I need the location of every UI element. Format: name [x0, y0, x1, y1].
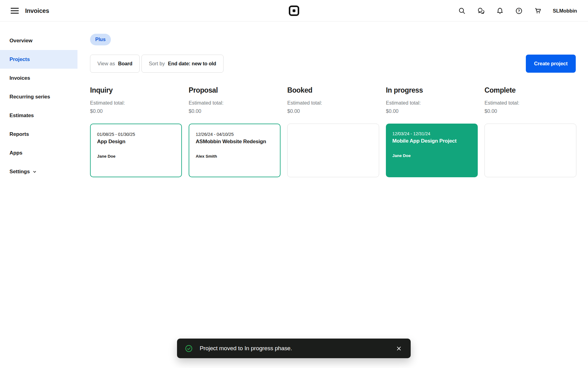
- svg-text:?: ?: [518, 9, 520, 13]
- column-name: Inquiry: [90, 86, 182, 94]
- sidebar-item-overview[interactable]: Overview: [0, 31, 77, 50]
- project-person: Jane Doe: [392, 153, 471, 158]
- estimated-total-value: $0.00: [90, 107, 182, 115]
- project-dates: 12/26/24 - 04/10/25: [196, 132, 273, 137]
- sidebar: Overview Projects Invoices Recurring ser…: [0, 21, 77, 181]
- estimated-total-value: $0.00: [386, 107, 478, 115]
- project-dates: 01/08/25 - 01/30/25: [97, 132, 175, 137]
- sidebar-item-label: Settings: [9, 169, 30, 175]
- sidebar-item-label: Projects: [9, 56, 30, 63]
- hamburger-icon: [10, 7, 19, 14]
- square-logo-inner: [293, 9, 296, 12]
- sidebar-item-recurring-series[interactable]: Recurring series: [0, 87, 77, 106]
- project-person: Jane Doe: [97, 154, 175, 159]
- column-inquiry: Inquiry Estimated total: $0.00 01/08/25 …: [90, 86, 182, 177]
- check-circle-icon: [185, 345, 193, 352]
- project-title: Mobile App Design Project: [392, 138, 471, 144]
- project-card[interactable]: 12/03/24 - 12/31/24 Mobile App Design Pr…: [386, 124, 478, 177]
- help-button[interactable]: ?: [515, 7, 523, 15]
- sidebar-item-label: Reports: [9, 131, 29, 137]
- estimated-total-label: Estimated total:: [484, 99, 576, 107]
- square-logo[interactable]: [289, 6, 299, 16]
- project-dates: 12/03/24 - 12/31/24: [392, 131, 471, 136]
- help-icon: ?: [515, 7, 523, 15]
- search-button[interactable]: [458, 7, 466, 15]
- column-in-progress: In progress Estimated total: $0.00 12/03…: [386, 86, 478, 177]
- column-proposal: Proposal Estimated total: $0.00 12/26/24…: [189, 86, 281, 177]
- project-title: ASMobbin Website Redesign: [196, 139, 273, 145]
- project-card[interactable]: 12/26/24 - 04/10/25 ASMobbin Website Red…: [189, 124, 281, 177]
- sort-by-button[interactable]: Sort by End date: new to old: [141, 55, 224, 73]
- column-name: Complete: [484, 86, 576, 94]
- top-bar: Invoices ?: [0, 0, 588, 21]
- column-complete: Complete Estimated total: $0.00: [484, 86, 576, 177]
- sidebar-item-invoices[interactable]: Invoices: [0, 69, 77, 87]
- sidebar-item-reports[interactable]: Reports: [0, 125, 77, 144]
- estimated-total-value: $0.00: [287, 107, 379, 115]
- bell-icon: [496, 7, 504, 15]
- view-as-button[interactable]: View as Board: [90, 55, 140, 73]
- column-name: Booked: [287, 86, 379, 94]
- estimated-total-label: Estimated total:: [287, 99, 379, 107]
- sidebar-item-projects[interactable]: Projects: [0, 50, 77, 69]
- sort-by-value: End date: new to old: [168, 61, 216, 67]
- plan-badge-plus[interactable]: Plus: [90, 34, 111, 45]
- messages-button[interactable]: [477, 7, 485, 15]
- cart-icon: [534, 7, 542, 15]
- estimated-total-value: $0.00: [484, 107, 576, 115]
- toast-notification: Project moved to In progress phase.: [177, 339, 411, 358]
- column-name: Proposal: [189, 86, 281, 94]
- messages-icon: [477, 7, 485, 15]
- project-card[interactable]: 01/08/25 - 01/30/25 App Design Jane Doe: [90, 124, 182, 177]
- sidebar-item-settings[interactable]: Settings: [0, 162, 77, 181]
- sidebar-item-label: Apps: [9, 150, 22, 156]
- chevron-down-icon: [32, 170, 37, 174]
- estimated-total-value: $0.00: [189, 107, 281, 115]
- column-name: In progress: [386, 86, 478, 94]
- projects-board: Inquiry Estimated total: $0.00 01/08/25 …: [90, 86, 576, 177]
- project-person: Alex Smith: [196, 154, 273, 159]
- sidebar-item-apps[interactable]: Apps: [0, 144, 77, 162]
- account-menu[interactable]: SLMobbin: [553, 8, 577, 14]
- notifications-button[interactable]: [496, 7, 504, 15]
- sidebar-item-estimates[interactable]: Estimates: [0, 106, 77, 125]
- estimated-total-label: Estimated total:: [90, 99, 182, 107]
- sidebar-item-label: Invoices: [9, 75, 30, 81]
- empty-card-placeholder: [287, 124, 379, 177]
- estimated-total-label: Estimated total:: [386, 99, 478, 107]
- column-booked: Booked Estimated total: $0.00: [287, 86, 379, 177]
- estimated-total-label: Estimated total:: [189, 99, 281, 107]
- sidebar-item-label: Estimates: [9, 113, 34, 119]
- view-as-value: Board: [118, 61, 132, 67]
- create-project-button[interactable]: Create project: [526, 55, 576, 73]
- sidebar-item-label: Overview: [9, 38, 32, 44]
- search-icon: [458, 7, 466, 15]
- empty-card-placeholder: [484, 124, 576, 177]
- sidebar-item-label: Recurring series: [9, 94, 50, 100]
- close-icon[interactable]: [395, 344, 403, 352]
- page-title: Invoices: [25, 7, 49, 14]
- toast-message: Project moved to In progress phase.: [200, 345, 395, 352]
- top-bar-actions: ? SLMobbin: [458, 0, 577, 21]
- sort-by-label: Sort by: [149, 61, 165, 67]
- view-as-label: View as: [97, 61, 115, 67]
- menu-button[interactable]: [10, 7, 19, 15]
- cart-button[interactable]: [534, 7, 542, 15]
- project-title: App Design: [97, 139, 175, 145]
